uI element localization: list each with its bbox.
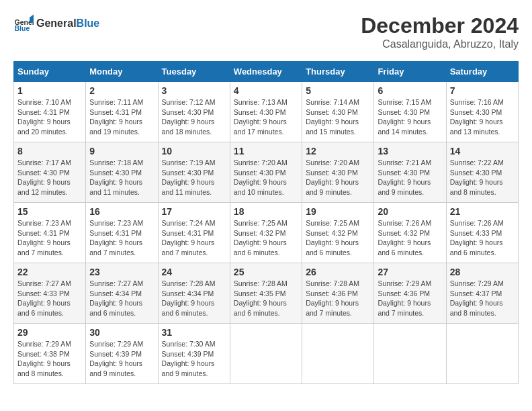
calendar-cell: 4Sunrise: 7:13 AMSunset: 4:30 PMDaylight…	[230, 82, 302, 142]
cell-info: Sunrise: 7:28 AMSunset: 4:35 PMDaylight:…	[234, 279, 287, 317]
day-number: 17	[162, 206, 226, 217]
cell-info: Sunrise: 7:23 AMSunset: 4:31 PMDaylight:…	[17, 219, 71, 257]
calendar-cell: 13Sunrise: 7:21 AMSunset: 4:30 PMDayligh…	[374, 142, 446, 203]
calendar-header-row: Sunday Monday Tuesday Wednesday Thursday…	[14, 62, 519, 82]
day-number: 19	[306, 206, 370, 217]
calendar-cell: 10Sunrise: 7:19 AMSunset: 4:30 PMDayligh…	[158, 142, 230, 203]
cell-info: Sunrise: 7:27 AMSunset: 4:34 PMDaylight:…	[89, 279, 143, 317]
calendar-cell: 12Sunrise: 7:20 AMSunset: 4:30 PMDayligh…	[302, 142, 374, 203]
month-title: December 2024	[361, 13, 519, 38]
calendar-cell: 7Sunrise: 7:16 AMSunset: 4:30 PMDaylight…	[446, 82, 518, 142]
day-number: 3	[162, 85, 226, 96]
day-number: 31	[162, 327, 226, 338]
cell-info: Sunrise: 7:24 AMSunset: 4:31 PMDaylight:…	[162, 219, 216, 257]
day-number: 7	[450, 85, 515, 96]
day-number: 29	[17, 327, 82, 338]
calendar-cell: 18Sunrise: 7:25 AMSunset: 4:32 PMDayligh…	[230, 203, 302, 263]
day-number: 6	[378, 85, 442, 96]
calendar-cell: 23Sunrise: 7:27 AMSunset: 4:34 PMDayligh…	[86, 263, 158, 324]
cell-info: Sunrise: 7:28 AMSunset: 4:34 PMDaylight:…	[162, 279, 216, 317]
calendar-cell: 1Sunrise: 7:10 AMSunset: 4:31 PMDaylight…	[14, 82, 86, 142]
calendar-cell: 25Sunrise: 7:28 AMSunset: 4:35 PMDayligh…	[230, 263, 302, 324]
cell-info: Sunrise: 7:11 AMSunset: 4:31 PMDaylight:…	[89, 98, 143, 136]
calendar-cell: 31Sunrise: 7:30 AMSunset: 4:39 PMDayligh…	[158, 324, 230, 384]
logo: General Blue GeneralBlue	[13, 13, 99, 34]
cell-info: Sunrise: 7:29 AMSunset: 4:36 PMDaylight:…	[378, 279, 431, 317]
calendar-cell: 3Sunrise: 7:12 AMSunset: 4:30 PMDaylight…	[158, 82, 230, 142]
day-number: 4	[234, 85, 298, 96]
header-friday: Friday	[374, 62, 446, 82]
day-number: 23	[89, 267, 154, 277]
calendar-cell	[374, 324, 446, 384]
calendar-cell: 8Sunrise: 7:17 AMSunset: 4:30 PMDaylight…	[14, 142, 86, 203]
calendar-cell: 20Sunrise: 7:26 AMSunset: 4:32 PMDayligh…	[374, 203, 446, 263]
day-number: 24	[162, 267, 226, 277]
day-number: 15	[17, 206, 82, 217]
calendar-cell: 26Sunrise: 7:28 AMSunset: 4:36 PMDayligh…	[302, 263, 374, 324]
calendar-cell: 9Sunrise: 7:18 AMSunset: 4:30 PMDaylight…	[86, 142, 158, 203]
calendar-cell: 16Sunrise: 7:23 AMSunset: 4:31 PMDayligh…	[86, 203, 158, 263]
day-number: 5	[306, 85, 370, 96]
cell-info: Sunrise: 7:18 AMSunset: 4:30 PMDaylight:…	[89, 158, 143, 196]
logo-general-text: General	[36, 17, 77, 29]
logo-blue-text: Blue	[77, 17, 100, 29]
title-area: December 2024 Casalanguida, Abruzzo, Ita…	[361, 13, 519, 50]
calendar-week-row: 29Sunrise: 7:29 AMSunset: 4:38 PMDayligh…	[14, 324, 519, 384]
cell-info: Sunrise: 7:29 AMSunset: 4:37 PMDaylight:…	[450, 279, 504, 317]
calendar-cell: 28Sunrise: 7:29 AMSunset: 4:37 PMDayligh…	[446, 263, 518, 324]
day-number: 16	[89, 206, 154, 217]
calendar-week-row: 15Sunrise: 7:23 AMSunset: 4:31 PMDayligh…	[14, 203, 519, 263]
calendar-cell	[446, 324, 518, 384]
cell-info: Sunrise: 7:10 AMSunset: 4:31 PMDaylight:…	[17, 98, 71, 136]
calendar-cell	[230, 324, 302, 384]
cell-info: Sunrise: 7:21 AMSunset: 4:30 PMDaylight:…	[378, 158, 431, 196]
page-header: General Blue GeneralBlue December 2024 C…	[13, 13, 519, 50]
calendar-cell: 11Sunrise: 7:20 AMSunset: 4:30 PMDayligh…	[230, 142, 302, 203]
day-number: 14	[450, 146, 515, 156]
header-sunday: Sunday	[14, 62, 86, 82]
cell-info: Sunrise: 7:22 AMSunset: 4:30 PMDaylight:…	[450, 158, 504, 196]
calendar-cell: 24Sunrise: 7:28 AMSunset: 4:34 PMDayligh…	[158, 263, 230, 324]
cell-info: Sunrise: 7:15 AMSunset: 4:30 PMDaylight:…	[378, 98, 431, 136]
cell-info: Sunrise: 7:29 AMSunset: 4:38 PMDaylight:…	[17, 340, 71, 377]
calendar-cell: 29Sunrise: 7:29 AMSunset: 4:38 PMDayligh…	[14, 324, 86, 384]
day-number: 8	[17, 146, 82, 156]
day-number: 20	[378, 206, 442, 217]
day-number: 21	[450, 206, 515, 217]
day-number: 1	[17, 85, 82, 96]
calendar-cell: 17Sunrise: 7:24 AMSunset: 4:31 PMDayligh…	[158, 203, 230, 263]
calendar-week-row: 8Sunrise: 7:17 AMSunset: 4:30 PMDaylight…	[14, 142, 519, 203]
cell-info: Sunrise: 7:26 AMSunset: 4:32 PMDaylight:…	[378, 219, 431, 257]
logo-icon: General Blue	[13, 13, 34, 34]
day-number: 25	[234, 267, 298, 277]
day-number: 10	[162, 146, 226, 156]
calendar-table: Sunday Monday Tuesday Wednesday Thursday…	[13, 61, 519, 384]
header-monday: Monday	[86, 62, 158, 82]
svg-text:Blue: Blue	[15, 24, 30, 32]
svg-marker-2	[30, 15, 34, 23]
cell-info: Sunrise: 7:23 AMSunset: 4:31 PMDaylight:…	[89, 219, 143, 257]
header-thursday: Thursday	[302, 62, 374, 82]
calendar-week-row: 1Sunrise: 7:10 AMSunset: 4:31 PMDaylight…	[14, 82, 519, 142]
cell-info: Sunrise: 7:25 AMSunset: 4:32 PMDaylight:…	[234, 219, 287, 257]
header-saturday: Saturday	[446, 62, 518, 82]
calendar-cell: 27Sunrise: 7:29 AMSunset: 4:36 PMDayligh…	[374, 263, 446, 324]
cell-info: Sunrise: 7:14 AMSunset: 4:30 PMDaylight:…	[306, 98, 359, 136]
calendar-cell: 30Sunrise: 7:29 AMSunset: 4:39 PMDayligh…	[86, 324, 158, 384]
calendar-cell: 6Sunrise: 7:15 AMSunset: 4:30 PMDaylight…	[374, 82, 446, 142]
cell-info: Sunrise: 7:16 AMSunset: 4:30 PMDaylight:…	[450, 98, 504, 136]
day-number: 11	[234, 146, 298, 156]
header-tuesday: Tuesday	[158, 62, 230, 82]
cell-info: Sunrise: 7:25 AMSunset: 4:32 PMDaylight:…	[306, 219, 359, 257]
day-number: 9	[89, 146, 154, 156]
calendar-week-row: 22Sunrise: 7:27 AMSunset: 4:33 PMDayligh…	[14, 263, 519, 324]
cell-info: Sunrise: 7:19 AMSunset: 4:30 PMDaylight:…	[162, 158, 216, 196]
day-number: 12	[306, 146, 370, 156]
day-number: 26	[306, 267, 370, 277]
cell-info: Sunrise: 7:12 AMSunset: 4:30 PMDaylight:…	[162, 98, 216, 136]
day-number: 27	[378, 267, 442, 277]
cell-info: Sunrise: 7:20 AMSunset: 4:30 PMDaylight:…	[234, 158, 287, 196]
cell-info: Sunrise: 7:28 AMSunset: 4:36 PMDaylight:…	[306, 279, 359, 317]
cell-info: Sunrise: 7:26 AMSunset: 4:33 PMDaylight:…	[450, 219, 504, 257]
day-number: 30	[89, 327, 154, 338]
